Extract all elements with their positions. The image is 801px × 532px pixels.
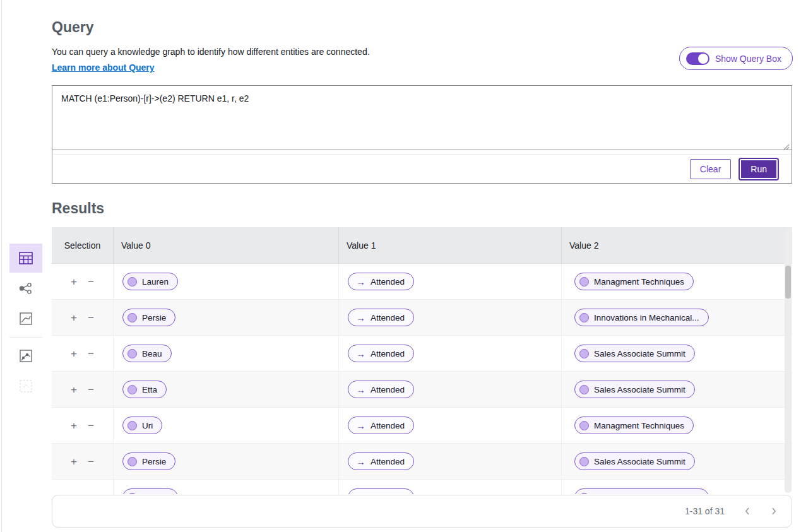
column-header-value0: Value 0 [114, 227, 339, 263]
value2-cell: Innovations in Mechanical... [562, 300, 792, 335]
resize-handle-icon[interactable] [783, 141, 790, 153]
value1-pill-label: Attended [371, 277, 405, 287]
value2-pill-label: Sales Associate Summit [594, 385, 685, 394]
value2-pill-label: Managment Techniques [594, 421, 684, 430]
entity-pill[interactable]: Innovations in Mechanical... [574, 488, 709, 494]
sidebar-divider [9, 337, 42, 338]
table-row: + − Etta → Attended Sales Associate Summ… [52, 372, 792, 408]
value1-cell: → Attended [339, 444, 562, 479]
toggle-switch-icon [686, 52, 709, 65]
value0-pill-label: Lauren [142, 277, 169, 287]
entity-pill[interactable]: Etta [122, 381, 167, 398]
panel-edge-divider [1, 0, 2, 532]
table-scrollbar[interactable] [785, 229, 792, 493]
node-icon [128, 277, 137, 287]
entity-pill[interactable]: Managment Techniques [574, 273, 694, 290]
remove-selection-button[interactable]: − [88, 312, 94, 323]
value0-pill-label: Lauren [142, 493, 169, 495]
relation-pill[interactable]: → Attended [348, 488, 414, 494]
selection-cell: + − [52, 480, 114, 494]
node-icon [579, 277, 589, 287]
table-header-row: Selection Value 0 Value 1 Value 2 [52, 227, 792, 264]
add-selection-button[interactable]: + [71, 456, 77, 467]
value0-cell: Lauren [114, 480, 339, 494]
entity-pill[interactable]: Sales Associate Summit [574, 452, 695, 470]
node-icon [128, 385, 137, 394]
view-switcher-sidebar [9, 244, 42, 402]
graph-view-button[interactable] [9, 274, 42, 303]
run-button[interactable]: Run [740, 159, 778, 179]
node-icon [579, 421, 589, 430]
results-table-body: + − Lauren → Attended Managment Techniqu… [52, 264, 792, 494]
value1-pill-label: Attended [371, 421, 405, 430]
add-selection-button[interactable]: + [71, 312, 77, 323]
remove-selection-button[interactable]: − [88, 384, 94, 395]
node-icon [128, 421, 137, 430]
map-view-button[interactable] [9, 341, 42, 370]
arrow-right-icon: → [356, 421, 365, 430]
node-icon [579, 457, 589, 466]
remove-selection-button[interactable]: − [88, 420, 94, 431]
next-page-button[interactable] [770, 507, 778, 516]
table-view-button[interactable] [9, 244, 42, 273]
relation-pill[interactable]: → Attended [348, 381, 414, 398]
entity-pill[interactable]: Sales Associate Summit [574, 345, 695, 362]
relation-pill[interactable]: → Attended [348, 345, 414, 362]
value0-cell: Lauren [114, 264, 339, 299]
entity-pill[interactable]: Innovations in Mechanical... [574, 309, 709, 326]
add-selection-button[interactable]: + [71, 276, 77, 287]
chart-view-button[interactable] [9, 304, 42, 333]
add-selection-button[interactable]: + [71, 384, 77, 395]
relation-pill[interactable]: → Attended [348, 309, 414, 326]
add-selection-button[interactable]: + [71, 492, 77, 495]
add-selection-button[interactable]: + [71, 420, 77, 431]
query-box: MATCH (e1:Person)-[r]->(e2) RETURN e1, r… [52, 85, 792, 184]
entity-pill[interactable]: Lauren [122, 488, 178, 494]
relation-pill[interactable]: → Attended [348, 417, 414, 434]
remove-selection-button[interactable]: − [88, 348, 94, 359]
remove-selection-button[interactable]: − [88, 276, 94, 287]
add-selection-button[interactable]: + [71, 348, 77, 359]
value1-pill-label: Attended [371, 385, 405, 394]
relation-pill[interactable]: → Attended [348, 273, 414, 290]
entity-pill[interactable]: Managment Techniques [574, 417, 694, 434]
entity-pill[interactable]: Persie [122, 309, 175, 326]
table-row: + − Beau → Attended Sales Associate Summ… [52, 336, 792, 372]
value1-pill-label: Attended [371, 313, 405, 322]
value0-cell: Etta [114, 372, 339, 407]
query-input[interactable]: MATCH (e1:Person)-[r]->(e2) RETURN e1, r… [52, 86, 792, 150]
value2-cell: Managment Techniques [562, 264, 792, 299]
show-query-box-toggle[interactable]: Show Query Box [679, 47, 793, 70]
clear-button[interactable]: Clear [690, 159, 731, 179]
value2-pill-label: Sales Associate Summit [594, 349, 685, 358]
learn-more-link[interactable]: Learn more about Query [52, 62, 155, 73]
value0-pill-label: Beau [142, 349, 162, 358]
table-row: + − Lauren → Attended Innovations in Mec… [52, 480, 792, 494]
entity-pill[interactable]: Uri [122, 417, 162, 434]
column-header-value2: Value 2 [562, 227, 792, 263]
selection-cell: + − [52, 336, 114, 371]
entity-pill[interactable]: Persie [122, 452, 175, 470]
node-icon [128, 493, 137, 495]
value0-cell: Beau [114, 336, 339, 371]
node-icon [128, 457, 137, 466]
node-icon [579, 385, 589, 394]
value1-cell: → Attended [339, 300, 562, 335]
entity-pill[interactable]: Beau [122, 345, 172, 362]
entity-pill[interactable]: Lauren [122, 273, 178, 290]
selection-cell: + − [52, 372, 114, 407]
value2-cell: Sales Associate Summit [562, 372, 792, 407]
selection-cell: + − [52, 264, 114, 299]
remove-selection-button[interactable]: − [88, 456, 94, 467]
value1-cell: → Attended [339, 336, 562, 371]
value0-cell: Persie [114, 300, 339, 335]
scrollbar-thumb[interactable] [785, 266, 791, 299]
remove-selection-button[interactable]: − [88, 492, 94, 495]
value2-pill-label: Innovations in Mechanical... [594, 313, 699, 322]
previous-page-button[interactable] [744, 507, 751, 516]
selection-cell: + − [52, 444, 114, 479]
relation-pill[interactable]: → Attended [348, 452, 414, 470]
node-icon [579, 313, 589, 322]
arrow-right-icon: → [356, 457, 365, 466]
entity-pill[interactable]: Sales Associate Summit [574, 381, 695, 398]
